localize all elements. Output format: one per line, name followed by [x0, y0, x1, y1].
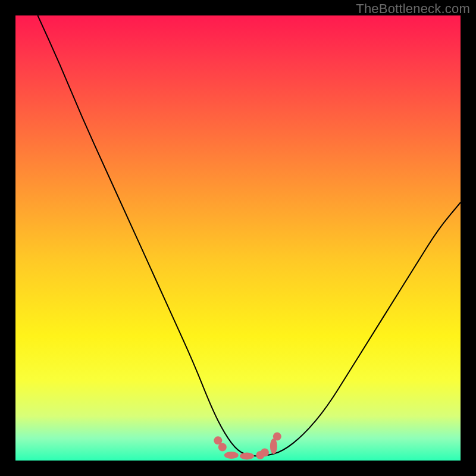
trough-marker: [270, 439, 277, 454]
trough-marker: [224, 452, 239, 459]
bottleneck-curve: [37, 15, 461, 456]
watermark-text: TheBottleneck.com: [356, 1, 470, 17]
chart-plot-area: [15, 15, 461, 461]
trough-marker: [261, 449, 269, 457]
chart-svg: [15, 15, 461, 461]
trough-marker: [240, 453, 254, 460]
trough-marker: [273, 433, 281, 441]
trough-marker: [218, 443, 227, 452]
trough-markers: [214, 433, 281, 460]
